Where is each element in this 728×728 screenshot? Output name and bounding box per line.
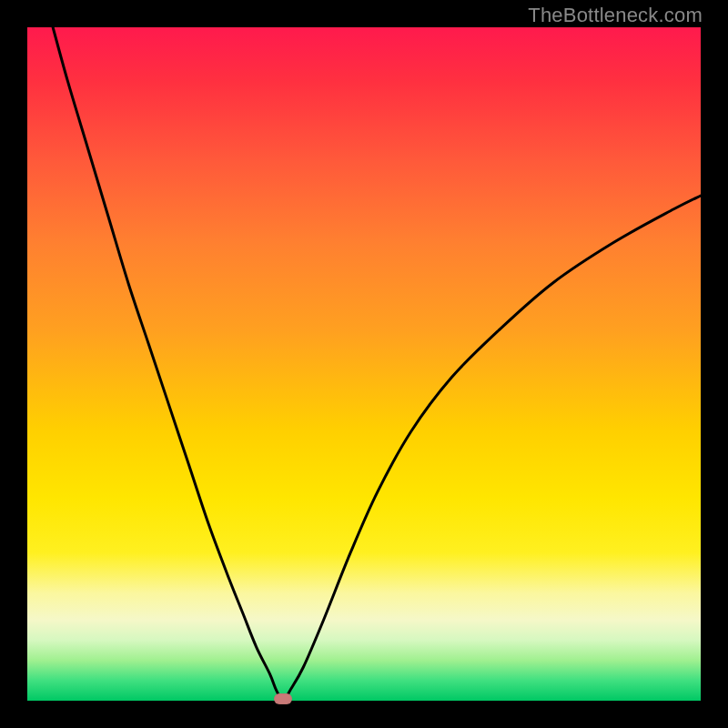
bottleneck-curve [53,27,701,701]
chart-frame: TheBottleneck.com [0,0,728,728]
optimum-marker [274,693,292,704]
watermark-label: TheBottleneck.com [528,4,703,27]
curve-layer [27,27,701,701]
